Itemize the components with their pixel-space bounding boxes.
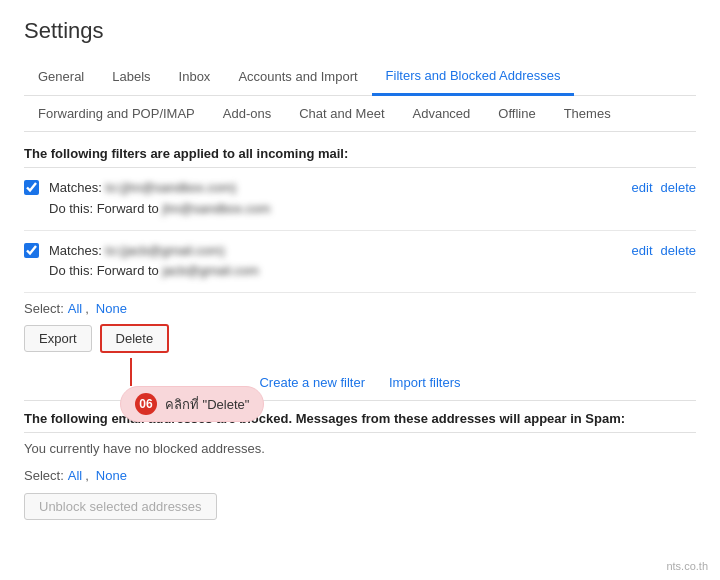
filter-row-1: Matches: to:(jhn@sandbox.com) Do this: F… <box>24 168 696 231</box>
filter-action-label-2: Do this: Forward to <box>49 263 162 278</box>
filter-row-2: Matches: to:(jacb@gmail.com) Do this: Fo… <box>24 231 696 294</box>
filter-text-2: Matches: to:(jacb@gmail.com) Do this: Fo… <box>49 241 622 283</box>
filter-edit-link-1[interactable]: edit <box>632 180 653 195</box>
blocked-select-all-link[interactable]: All <box>68 468 82 483</box>
tab-addons[interactable]: Add-ons <box>209 96 285 131</box>
tooltip-line <box>130 358 132 386</box>
filter-actions-1: edit delete <box>632 178 696 195</box>
blocked-select-sep: , <box>85 468 89 483</box>
export-button[interactable]: Export <box>24 325 92 352</box>
filter-matches-label-2: Matches: <box>49 243 105 258</box>
filter-text-1: Matches: to:(jhn@sandbox.com) Do this: F… <box>49 178 622 220</box>
filter-edit-link-2[interactable]: edit <box>632 243 653 258</box>
select-sep: , <box>85 301 89 316</box>
tab-labels[interactable]: Labels <box>98 59 164 94</box>
filter-matches-value-1: to:(jhn@sandbox.com) <box>105 180 236 195</box>
tooltip-text: คลิกที่ "Delete" <box>165 394 249 415</box>
select-all-link[interactable]: All <box>68 301 82 316</box>
tab-advanced[interactable]: Advanced <box>399 96 485 131</box>
filter-matches-value-2: to:(jacb@gmail.com) <box>105 243 224 258</box>
filter-action-value-2: jacb@gmail.com <box>162 263 258 278</box>
select-label: Select: <box>24 301 64 316</box>
watermark: nts.co.th <box>666 560 708 572</box>
filter-matches-label-1: Matches: <box>49 180 105 195</box>
blocked-select-label: Select: <box>24 468 64 483</box>
import-filters-link[interactable]: Import filters <box>389 375 461 390</box>
tab-themes[interactable]: Themes <box>550 96 625 131</box>
filter-delete-link-2[interactable]: delete <box>661 243 696 258</box>
filter-actions-2: edit delete <box>632 241 696 258</box>
tab-general[interactable]: General <box>24 59 98 94</box>
delete-button[interactable]: Delete <box>100 324 170 353</box>
unblock-button[interactable]: Unblock selected addresses <box>24 493 217 520</box>
tooltip-step: 06 <box>135 393 157 415</box>
no-blocked-text: You currently have no blocked addresses. <box>24 433 696 460</box>
filter-delete-link-1[interactable]: delete <box>661 180 696 195</box>
page-title: Settings <box>24 18 696 44</box>
tooltip-bubble: 06 คลิกที่ "Delete" <box>120 386 264 422</box>
tab-inbox[interactable]: Inbox <box>165 59 225 94</box>
filter-btn-row: Export Delete 06 คลิกที่ "Delete" <box>24 320 696 361</box>
filter-checkbox-1[interactable] <box>24 180 39 195</box>
select-row: Select: All , None <box>24 293 696 320</box>
tab-offline[interactable]: Offline <box>484 96 549 131</box>
tab-chat-meet[interactable]: Chat and Meet <box>285 96 398 131</box>
tooltip-wrapper: 06 คลิกที่ "Delete" <box>120 358 264 422</box>
tabs-row-2: Forwarding and POP/IMAP Add-ons Chat and… <box>24 96 696 132</box>
blocked-select-none-link[interactable]: None <box>96 468 127 483</box>
tab-forwarding[interactable]: Forwarding and POP/IMAP <box>24 96 209 131</box>
filters-section-header: The following filters are applied to all… <box>24 132 696 167</box>
tab-filters-blocked[interactable]: Filters and Blocked Addresses <box>372 58 575 96</box>
tabs-row-1: General Labels Inbox Accounts and Import… <box>24 58 696 96</box>
tab-accounts-import[interactable]: Accounts and Import <box>224 59 371 94</box>
blocked-select-row: Select: All , None <box>24 460 696 487</box>
select-none-link[interactable]: None <box>96 301 127 316</box>
filter-action-value-1: jhn@sandbox.com <box>162 201 270 216</box>
create-filter-link[interactable]: Create a new filter <box>259 375 365 390</box>
filter-checkbox-2[interactable] <box>24 243 39 258</box>
filter-action-label-1: Do this: Forward to <box>49 201 162 216</box>
